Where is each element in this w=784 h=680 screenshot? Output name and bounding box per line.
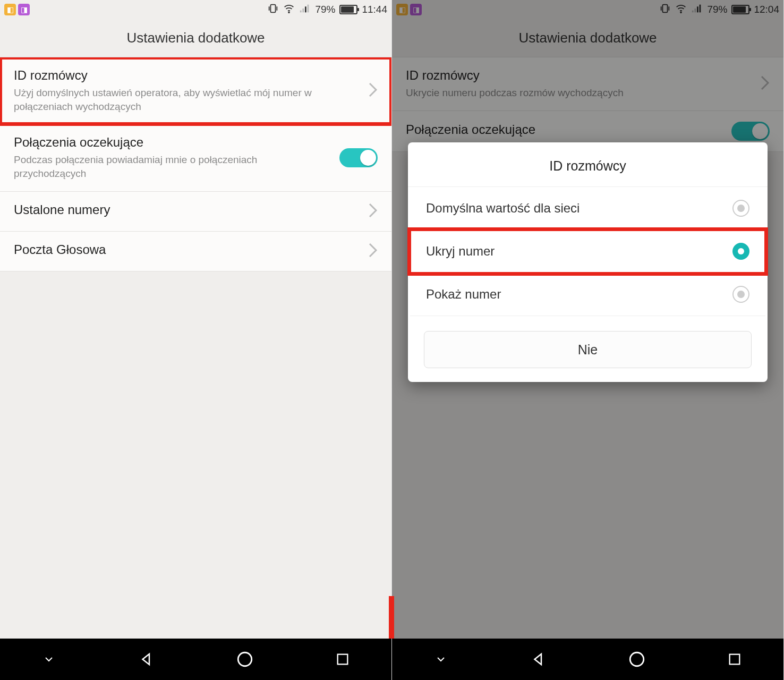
caller-id-dialog: ID rozmówcy Domyślna wartość dla sieci U… xyxy=(408,142,768,382)
option-hide-label: Ukryj numer xyxy=(426,244,732,259)
call-waiting-title: Połączenia oczekujące xyxy=(14,135,331,150)
cancel-button[interactable]: Nie xyxy=(424,331,752,368)
notif-icon-2: ◨ xyxy=(18,4,30,15)
row-caller-id[interactable]: ID rozmówcy Użyj domyślnych ustawień ope… xyxy=(0,57,391,124)
voicemail-title: Poczta Głosowa xyxy=(14,242,360,257)
battery-percent: 79% xyxy=(315,4,335,15)
call-waiting-toggle[interactable] xyxy=(339,148,378,167)
nav-home-icon[interactable] xyxy=(235,650,254,669)
svg-rect-15 xyxy=(730,654,740,665)
option-show-number[interactable]: Pokaż numer xyxy=(410,273,765,316)
nav-home-icon[interactable] xyxy=(627,650,646,669)
radio-checked-icon xyxy=(732,243,749,260)
caller-id-title: ID rozmówcy xyxy=(14,68,360,83)
option-show-label: Pokaż numer xyxy=(426,287,732,302)
red-annotation-mark xyxy=(389,596,394,639)
settings-list: ID rozmówcy Użyj domyślnych ustawień ope… xyxy=(0,57,391,639)
clock: 11:44 xyxy=(362,4,387,15)
android-navbar xyxy=(392,639,783,680)
notif-icon-1: ◧ xyxy=(4,4,16,15)
nav-back-icon[interactable] xyxy=(137,650,156,669)
android-navbar xyxy=(0,639,391,680)
nav-recents-icon[interactable] xyxy=(333,650,352,669)
svg-rect-7 xyxy=(338,654,348,665)
wifi-icon xyxy=(283,3,295,17)
chevron-right-icon xyxy=(368,242,378,260)
svg-rect-0 xyxy=(271,4,276,12)
svg-rect-4 xyxy=(305,6,306,12)
vibrate-icon xyxy=(267,3,279,17)
dialog-title: ID rozmówcy xyxy=(408,142,768,187)
svg-rect-3 xyxy=(303,8,304,12)
nav-recents-icon[interactable] xyxy=(725,650,744,669)
row-voicemail[interactable]: Poczta Głosowa xyxy=(0,232,391,271)
nav-back-icon[interactable] xyxy=(529,650,548,669)
row-fixed-numbers[interactable]: Ustalone numery xyxy=(0,192,391,232)
nav-dropdown-icon[interactable] xyxy=(431,650,450,669)
battery-icon xyxy=(339,5,357,14)
fixed-numbers-title: Ustalone numery xyxy=(14,202,360,217)
radio-unchecked-icon xyxy=(732,200,749,217)
page-title: Ustawienia dodatkowe xyxy=(0,19,391,57)
svg-point-6 xyxy=(238,652,252,666)
caller-id-sub: Użyj domyślnych ustawień operatora, aby … xyxy=(14,86,360,113)
row-call-waiting[interactable]: Połączenia oczekujące Podczas połączenia… xyxy=(0,124,391,191)
option-hide-number[interactable]: Ukryj numer xyxy=(410,230,765,273)
svg-point-1 xyxy=(289,12,290,13)
status-bar: ◧ ◨ 79% 11:44 xyxy=(0,0,391,19)
radio-unchecked-icon xyxy=(732,286,749,303)
option-default[interactable]: Domyślna wartość dla sieci xyxy=(410,187,765,230)
chevron-right-icon xyxy=(368,82,378,100)
chevron-right-icon xyxy=(368,202,378,220)
nav-dropdown-icon[interactable] xyxy=(39,650,58,669)
phone-left: ◧ ◨ 79% 11:44 Ustawienia dodatkowe ID ro… xyxy=(0,0,392,680)
svg-rect-2 xyxy=(300,10,302,12)
signal-icon xyxy=(299,3,311,17)
svg-rect-5 xyxy=(308,4,309,12)
phone-right: ◧ ◨ 79% 12:04 Ustawienia dodatkowe ID ro… xyxy=(392,0,784,680)
option-default-label: Domyślna wartość dla sieci xyxy=(426,201,732,216)
call-waiting-sub: Podczas połączenia powiadamiaj mnie o po… xyxy=(14,153,331,180)
svg-point-14 xyxy=(630,652,644,666)
